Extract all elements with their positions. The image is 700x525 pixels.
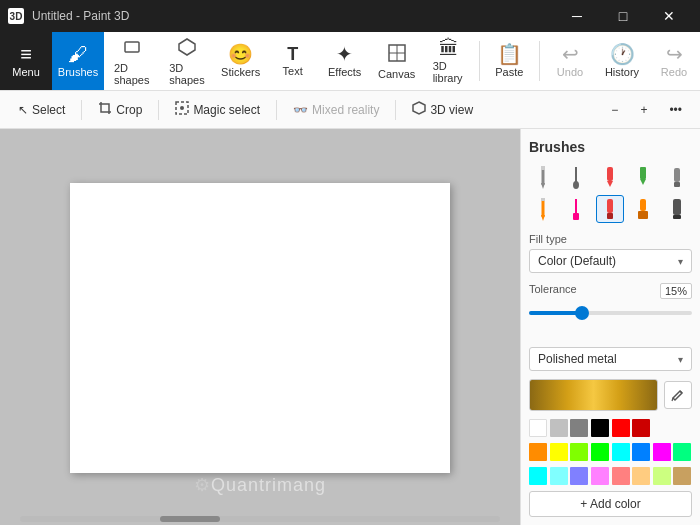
brush-orange[interactable] (629, 195, 657, 223)
tab-3dshapes[interactable]: 3D shapes (159, 32, 214, 90)
brush-marker2[interactable] (562, 195, 590, 223)
3dshapes-icon (177, 37, 197, 60)
tab-2dshapes[interactable]: 2D shapes (104, 32, 159, 90)
brush-pen-selected[interactable] (596, 195, 624, 223)
tab-redo[interactable]: ↪ Redo (648, 32, 700, 90)
main-area: ⚙Quantrimang Brushes (0, 129, 700, 525)
magic-select-tool[interactable]: Magic select (165, 96, 270, 124)
3d-view-label: 3D view (430, 103, 473, 117)
brush-marker[interactable] (596, 163, 624, 191)
color-light-cyan[interactable] (550, 467, 568, 485)
color-yellow-green[interactable] (653, 467, 671, 485)
color-blue[interactable] (632, 443, 650, 461)
brush-dark[interactable] (663, 195, 691, 223)
color-gray[interactable] (570, 419, 588, 437)
tab-3dshapes-label: 3D shapes (169, 62, 204, 86)
svg-marker-8 (541, 183, 545, 189)
material-dropdown[interactable]: Polished metal ▾ (529, 347, 692, 371)
crop-icon (98, 101, 112, 118)
tolerance-slider[interactable] (529, 305, 692, 321)
magic-select-label: Magic select (193, 103, 260, 117)
brush-pencil2[interactable] (529, 195, 557, 223)
horizontal-scrollbar[interactable] (20, 516, 500, 522)
mixed-reality-tool: 👓 Mixed reality (283, 96, 389, 124)
color-yellow[interactable] (550, 443, 568, 461)
color-green[interactable] (591, 443, 609, 461)
tab-canvas[interactable]: Canvas (371, 32, 423, 90)
magic-select-icon (175, 101, 189, 118)
tab-paste[interactable]: 📋 Paste (483, 32, 535, 90)
tab-undo-label: Undo (557, 66, 583, 78)
close-button[interactable]: ✕ (646, 0, 692, 32)
ribbon-tabs: ≡ Menu 🖌 Brushes 2D shapes 3D shapes 😊 S… (0, 32, 700, 90)
zoom-out-button[interactable]: − (601, 96, 628, 124)
brush-fill[interactable] (629, 163, 657, 191)
color-dark-red2[interactable] (632, 419, 650, 437)
color-spring[interactable] (673, 443, 691, 461)
minimize-button[interactable]: ─ (554, 0, 600, 32)
tolerance-row: Tolerance 15% (529, 283, 692, 299)
color-peach[interactable] (632, 467, 650, 485)
tab-brushes-label: Brushes (58, 66, 98, 78)
tab-text[interactable]: T Text (267, 32, 319, 90)
scrollbar-thumb[interactable] (160, 516, 220, 522)
color-tan[interactable] (673, 467, 691, 485)
brush-spray[interactable] (663, 163, 691, 191)
color-magenta[interactable] (653, 443, 671, 461)
color-periwinkle[interactable] (570, 467, 588, 485)
tab-stickers[interactable]: 😊 Stickers (215, 32, 267, 90)
ribbon-separator-2 (539, 41, 540, 81)
fill-type-dropdown[interactable]: Color (Default) ▾ (529, 249, 692, 273)
color-palette-row2 (529, 443, 692, 461)
more-options-button[interactable]: ••• (659, 96, 692, 124)
brush-pencil[interactable] (529, 163, 557, 191)
color-empty2 (673, 419, 691, 437)
toolbar-separator-3 (276, 100, 277, 120)
svg-rect-16 (674, 168, 680, 182)
color-swatch-main[interactable] (529, 379, 658, 411)
color-empty1 (653, 419, 671, 437)
swatch-edit-button[interactable] (664, 381, 692, 409)
tab-brushes[interactable]: 🖌 Brushes (52, 32, 104, 90)
color-black[interactable] (591, 419, 609, 437)
svg-point-6 (180, 106, 184, 110)
color-orange[interactable] (529, 443, 547, 461)
tab-history-label: History (605, 66, 639, 78)
redo-icon: ↪ (666, 44, 683, 64)
color-light-gray[interactable] (550, 419, 568, 437)
crop-tool[interactable]: Crop (88, 96, 152, 124)
maximize-button[interactable]: □ (600, 0, 646, 32)
tab-undo[interactable]: ↩ Undo (544, 32, 596, 90)
select-icon: ↖ (18, 103, 28, 117)
color-salmon[interactable] (612, 467, 630, 485)
color-white[interactable] (529, 419, 547, 437)
3d-view-tool[interactable]: 3D view (402, 96, 483, 124)
canvas-area[interactable]: ⚙Quantrimang (0, 129, 520, 525)
tab-2dshapes-label: 2D shapes (114, 62, 149, 86)
color-pink[interactable] (591, 467, 609, 485)
svg-line-29 (680, 391, 682, 393)
zoom-in-button[interactable]: + (630, 96, 657, 124)
color-cyan[interactable] (612, 443, 630, 461)
svg-rect-26 (638, 211, 648, 219)
tab-3dlibrary[interactable]: 🏛 3D library (423, 32, 475, 90)
canvas-surface[interactable] (70, 183, 450, 473)
tab-history[interactable]: 🕐 History (596, 32, 648, 90)
brush-calligraphy[interactable] (562, 163, 590, 191)
tab-redo-label: Redo (661, 66, 687, 78)
tab-stickers-label: Stickers (221, 66, 260, 78)
color-lime[interactable] (570, 443, 588, 461)
svg-rect-28 (673, 215, 681, 219)
color-aqua[interactable] (529, 467, 547, 485)
brushes-panel: Brushes (520, 129, 700, 525)
svg-rect-0 (125, 42, 139, 52)
select-tool[interactable]: ↖ Select (8, 96, 75, 124)
tab-menu[interactable]: ≡ Menu (0, 32, 52, 90)
tab-effects[interactable]: ✦ Effects (319, 32, 371, 90)
color-red[interactable] (612, 419, 630, 437)
panel-title: Brushes (529, 139, 692, 155)
slider-thumb[interactable] (575, 306, 589, 320)
toolbar-separator-2 (158, 100, 159, 120)
ribbon: ≡ Menu 🖌 Brushes 2D shapes 3D shapes 😊 S… (0, 32, 700, 91)
add-color-button[interactable]: + Add color (529, 491, 692, 517)
